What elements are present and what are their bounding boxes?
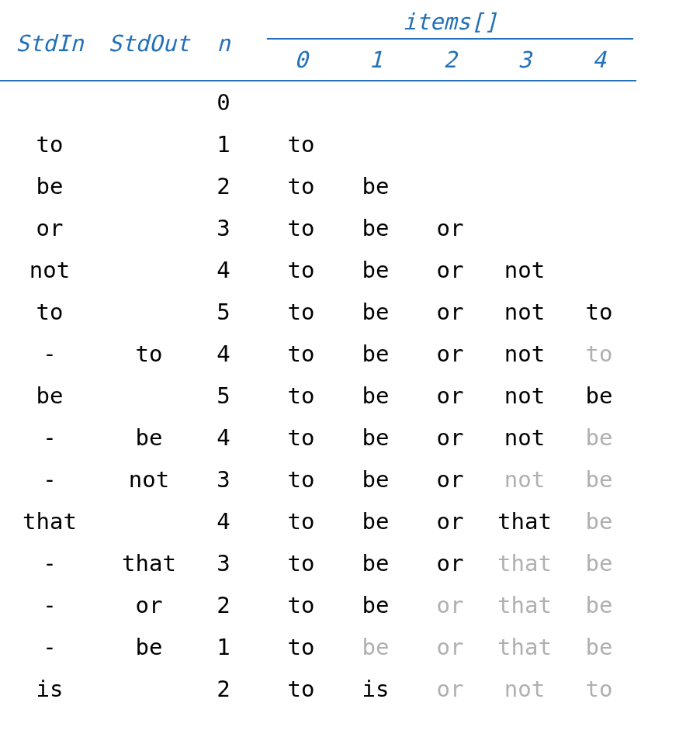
item-cell	[562, 123, 636, 165]
item-cell: not	[487, 249, 562, 291]
gap-cell	[248, 375, 264, 417]
item-cell: to	[264, 123, 338, 165]
item-cell: be	[338, 249, 413, 291]
item-cell: that	[487, 626, 562, 668]
item-cell: be	[338, 207, 413, 249]
item-cell	[413, 123, 487, 165]
item-cell: to	[562, 333, 636, 375]
n-cell: 3	[199, 207, 248, 249]
stdin-cell: -	[0, 626, 99, 668]
item-cell	[264, 81, 338, 123]
item-cell: not	[487, 291, 562, 333]
item-cell: be	[562, 542, 636, 584]
n-cell: 2	[199, 584, 248, 626]
item-cell: be	[562, 417, 636, 459]
header-index-0: 0	[264, 43, 338, 77]
stdout-cell	[99, 291, 199, 333]
gap-cell	[248, 668, 264, 710]
item-cell: not	[487, 668, 562, 710]
item-cell: to	[264, 291, 338, 333]
header-index-1: 1	[338, 43, 413, 77]
stdin-cell: be	[0, 165, 99, 207]
item-cell: to	[264, 584, 338, 626]
item-cell: or	[413, 249, 487, 291]
item-cell: to	[264, 417, 338, 459]
item-cell: not	[487, 333, 562, 375]
n-cell: 1	[199, 123, 248, 165]
item-cell	[413, 165, 487, 207]
stdin-cell: -	[0, 417, 99, 459]
item-cell: not	[487, 375, 562, 417]
stdin-cell: to	[0, 291, 99, 333]
item-cell: be	[338, 500, 413, 542]
item-cell: to	[264, 542, 338, 584]
stdout-cell	[99, 81, 199, 123]
item-cell: or	[413, 207, 487, 249]
stdin-cell: not	[0, 249, 99, 291]
item-cell: not	[487, 459, 562, 500]
gap-cell	[248, 584, 264, 626]
gap-cell	[248, 249, 264, 291]
item-cell: that	[487, 500, 562, 542]
item-cell: be	[562, 626, 636, 668]
item-cell: be	[562, 375, 636, 417]
item-cell: be	[562, 459, 636, 500]
header-stdin: StdIn	[0, 27, 99, 61]
item-cell: or	[413, 584, 487, 626]
item-cell: to	[264, 668, 338, 710]
item-cell: or	[413, 417, 487, 459]
header-index-3: 3	[487, 43, 562, 77]
item-cell: be	[338, 626, 413, 668]
stdin-cell	[0, 81, 99, 123]
stdout-cell	[99, 500, 199, 542]
stdin-cell: is	[0, 668, 99, 710]
item-cell: to	[264, 207, 338, 249]
n-cell: 5	[199, 291, 248, 333]
gap-cell	[248, 123, 264, 165]
item-cell: to	[264, 459, 338, 500]
stdin-cell: -	[0, 459, 99, 500]
item-cell: to	[264, 333, 338, 375]
n-cell: 4	[199, 500, 248, 542]
item-cell: or	[413, 459, 487, 500]
item-cell	[487, 207, 562, 249]
item-cell: that	[487, 584, 562, 626]
item-cell	[487, 165, 562, 207]
stdout-cell	[99, 123, 199, 165]
item-cell: or	[413, 333, 487, 375]
item-cell: not	[487, 417, 562, 459]
stdin-cell: to	[0, 123, 99, 165]
n-cell: 3	[199, 459, 248, 500]
item-cell	[338, 81, 413, 123]
item-cell: be	[338, 459, 413, 500]
item-cell	[562, 81, 636, 123]
item-cell: be	[338, 542, 413, 584]
items-underline	[267, 38, 633, 40]
stdout-cell	[99, 165, 199, 207]
n-cell: 4	[199, 333, 248, 375]
item-cell: or	[413, 542, 487, 584]
stdout-cell: be	[99, 417, 199, 459]
item-cell	[487, 123, 562, 165]
item-cell: to	[264, 249, 338, 291]
n-cell: 4	[199, 249, 248, 291]
gap-cell	[248, 207, 264, 249]
n-cell: 2	[199, 165, 248, 207]
gap-cell	[248, 626, 264, 668]
item-cell: or	[413, 668, 487, 710]
item-cell	[413, 81, 487, 123]
stdout-cell	[99, 249, 199, 291]
stdin-cell: -	[0, 584, 99, 626]
stdin-cell: -	[0, 542, 99, 584]
n-cell: 5	[199, 375, 248, 417]
item-cell: to	[264, 375, 338, 417]
n-cell: 4	[199, 417, 248, 459]
item-cell: be	[338, 165, 413, 207]
gap-cell	[248, 417, 264, 459]
item-cell: be	[338, 584, 413, 626]
item-cell: or	[413, 500, 487, 542]
item-cell: be	[338, 375, 413, 417]
n-cell: 0	[199, 81, 248, 123]
item-cell: be	[338, 333, 413, 375]
item-cell	[562, 249, 636, 291]
